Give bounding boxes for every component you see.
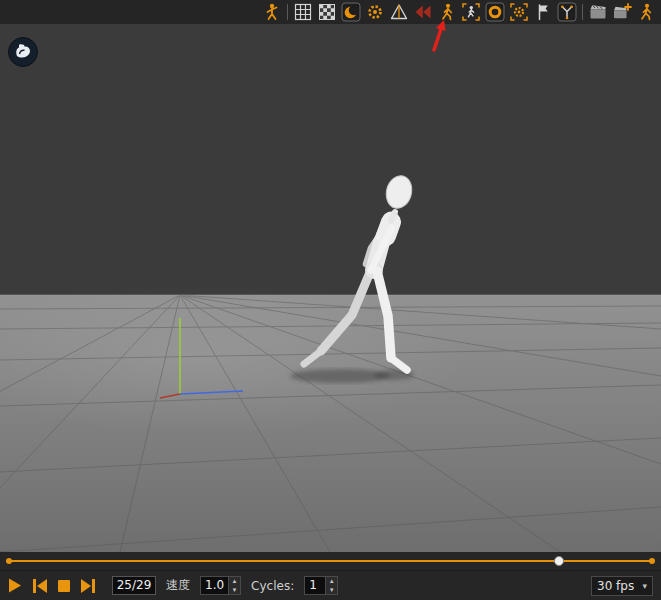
cycles-value[interactable]: 1 xyxy=(305,577,325,594)
clapperboard-icon[interactable] xyxy=(586,1,610,23)
flag-icon[interactable] xyxy=(531,1,555,23)
sky-background xyxy=(0,24,661,295)
scene-3d xyxy=(0,24,661,552)
speed-value[interactable]: 1.0 xyxy=(201,577,228,594)
speed-label: 速度 xyxy=(166,577,190,594)
character-pose-icon[interactable] xyxy=(260,1,284,23)
cycles-decrement-icon[interactable]: ▼ xyxy=(326,586,337,595)
chevron-down-icon: ▾ xyxy=(642,581,647,591)
timeline-start-dot xyxy=(6,558,12,564)
timeline-scrubber[interactable] xyxy=(0,552,661,570)
walker-icon[interactable] xyxy=(634,1,658,23)
checkerboard-icon[interactable] xyxy=(315,1,339,23)
toolbar-separator xyxy=(287,4,288,20)
next-frame-button[interactable] xyxy=(80,579,96,593)
fps-dropdown[interactable]: 30 fps ▾ xyxy=(591,576,653,596)
app-window: 25/29 速度 1.0 ▲ ▼ Cycles: 1 ▲ ▼ 30 fps ▾ xyxy=(0,0,661,600)
grid-icon[interactable] xyxy=(291,1,315,23)
walk-cycle-icon[interactable] xyxy=(435,1,459,23)
loop-icon[interactable] xyxy=(483,1,507,23)
viewport-3d[interactable] xyxy=(0,24,661,552)
rewind-icon[interactable] xyxy=(411,1,435,23)
muscle-icon xyxy=(13,41,33,64)
frame-counter-field[interactable]: 25/29 xyxy=(112,576,156,595)
speed-decrement-icon[interactable]: ▼ xyxy=(229,586,240,595)
moon-render-icon[interactable] xyxy=(339,1,363,23)
axis-gizmo-icon[interactable] xyxy=(555,1,579,23)
physics-cycle-icon[interactable] xyxy=(363,1,387,23)
stop-button[interactable] xyxy=(58,580,70,592)
add-clip-icon[interactable] xyxy=(610,1,634,23)
play-button[interactable] xyxy=(8,578,22,593)
speed-increment-icon[interactable]: ▲ xyxy=(229,577,240,586)
prism-icon[interactable] xyxy=(387,1,411,23)
top-toolbar xyxy=(0,0,661,24)
fps-value: 30 fps xyxy=(597,579,638,593)
cycles-increment-icon[interactable]: ▲ xyxy=(326,577,337,586)
prev-frame-button[interactable] xyxy=(32,579,48,593)
timeline-handle[interactable] xyxy=(554,556,564,566)
toolbar-separator xyxy=(582,4,583,20)
speed-spinbox[interactable]: 1.0 ▲ ▼ xyxy=(200,576,241,595)
track-character-icon[interactable] xyxy=(459,1,483,23)
cycles-label: Cycles: xyxy=(251,579,294,593)
transport-bar: 25/29 速度 1.0 ▲ ▼ Cycles: 1 ▲ ▼ 30 fps ▾ xyxy=(0,570,661,600)
muscle-mode-badge[interactable] xyxy=(8,37,38,67)
settings-box-icon[interactable] xyxy=(507,1,531,23)
cycles-spinbox[interactable]: 1 ▲ ▼ xyxy=(304,576,338,595)
timeline-end-dot xyxy=(649,558,655,564)
